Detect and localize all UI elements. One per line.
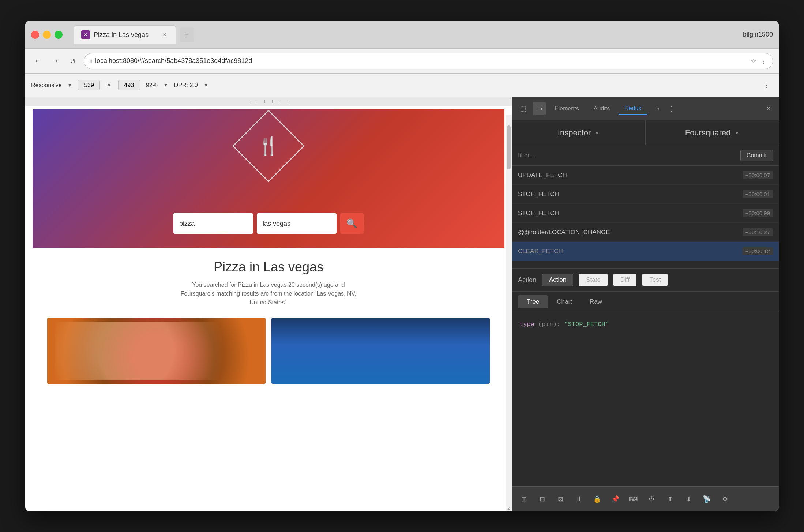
responsive-label: Responsive xyxy=(31,82,62,89)
tab-close-button[interactable]: × xyxy=(161,31,168,38)
location-search-input[interactable]: las vegas xyxy=(257,213,337,234)
bt-icon-keyboard[interactable]: ⌨ xyxy=(626,492,641,506)
bt-icon-settings[interactable]: ⚙ xyxy=(718,492,732,506)
toolbar-more-button[interactable]: ⋮ xyxy=(760,79,773,92)
minimize-traffic-light[interactable] xyxy=(43,31,51,39)
resize-handle[interactable]: ⊿ xyxy=(506,505,512,511)
tab-state[interactable]: State xyxy=(579,274,608,286)
bt-icon-signal[interactable]: 📡 xyxy=(699,492,714,506)
title-bar: ✕ Pizza in Las vegas × + bilgin1500 xyxy=(25,21,779,49)
results-section: Pizza in Las vegas You searched for Pizz… xyxy=(25,248,512,395)
action-row-stop-fetch-1[interactable]: STOP_FETCH +00:00.01 xyxy=(512,185,779,204)
main-area: 🍴 pizza las vegas 🔍 xyxy=(25,97,779,511)
address-more-icon[interactable]: ⋮ xyxy=(760,57,767,65)
view-tab-chart[interactable]: Chart xyxy=(548,295,581,308)
filter-input[interactable] xyxy=(518,152,736,159)
action-time: +00:00.07 xyxy=(743,171,773,179)
zoom-label: 92% xyxy=(146,82,158,89)
action-row-stop-fetch-2[interactable]: STOP_FETCH +00:00.99 xyxy=(512,204,779,223)
code-value: "STOP_FETCH" xyxy=(564,321,609,328)
devtools-settings-icon[interactable]: ⋮ xyxy=(668,104,675,113)
address-actions: ☆ ⋮ xyxy=(751,57,767,65)
bt-icon-lock[interactable]: 🔒 xyxy=(590,492,604,506)
tab-audits[interactable]: Audits xyxy=(588,103,616,114)
nav-bar: ← → ↺ ℹ localhost:8080/#/search/5ab4378a… xyxy=(25,49,779,74)
devtools-close-button[interactable]: × xyxy=(763,103,774,115)
forward-button[interactable]: → xyxy=(49,55,62,68)
hero-logo: 🍴 xyxy=(243,120,294,172)
commit-button[interactable]: Commit xyxy=(740,150,773,161)
action-row-update-fetch[interactable]: UPDATE_FETCH +00:00.07 xyxy=(512,166,779,185)
responsive-arrow[interactable]: ▼ xyxy=(68,82,72,88)
url-text: localhost:8080/#/search/5ab4378a351e3d4d… xyxy=(95,57,748,65)
view-tab-raw[interactable]: Raw xyxy=(581,295,611,308)
close-traffic-light[interactable] xyxy=(31,31,39,39)
scrollbar-track xyxy=(506,115,512,511)
width-input[interactable] xyxy=(78,80,100,90)
inspector-section[interactable]: Inspector ▼ xyxy=(512,120,646,145)
refresh-button[interactable]: ↺ xyxy=(66,55,79,68)
new-tab-button[interactable]: + xyxy=(180,27,194,42)
bt-icon-timer[interactable]: ⏱ xyxy=(645,492,659,506)
dpr-arrow[interactable]: ▼ xyxy=(204,82,208,88)
action-time: +00:00.99 xyxy=(743,209,773,217)
browser-viewport: 🍴 pizza las vegas 🔍 xyxy=(25,97,512,511)
search-button[interactable]: 🔍 xyxy=(340,213,364,234)
bt-icon-pause[interactable]: ⏸ xyxy=(571,492,586,506)
food-search-input[interactable]: pizza xyxy=(173,213,253,234)
active-tab[interactable]: ✕ Pizza in Las vegas × xyxy=(74,25,176,44)
code-line-type: type (pin): "STOP_FETCH" xyxy=(519,319,771,329)
code-pin: (pin): xyxy=(538,321,560,328)
devtools-top-bar: ⬚ ▭ Elements Audits Redux » ⋮ × xyxy=(512,97,779,120)
code-area: type (pin): "STOP_FETCH" xyxy=(512,312,779,486)
traffic-lights xyxy=(31,31,63,39)
tab-test[interactable]: Test xyxy=(642,274,668,286)
tab-more[interactable]: » xyxy=(650,103,665,114)
diamond-logo: 🍴 xyxy=(232,110,305,182)
tab-action[interactable]: Action xyxy=(542,274,573,286)
sky-card-image[interactable] xyxy=(271,318,490,384)
back-button[interactable]: ← xyxy=(31,55,44,68)
devtools-bottom-toolbar: ⊞ ⊟ ⊠ ⏸ 🔒 📌 ⌨ ⏱ ⬆ ⬇ 📡 ⚙ xyxy=(512,486,779,511)
tab-diff[interactable]: Diff xyxy=(613,274,636,286)
dpr-label: DPR: 2.0 xyxy=(174,82,198,89)
zoom-arrow[interactable]: ▼ xyxy=(164,82,168,88)
view-tab-tree[interactable]: Tree xyxy=(518,295,548,308)
devtools-responsive-bar: Responsive ▼ × 92% ▼ DPR: 2.0 ▼ ⋮ xyxy=(25,74,779,97)
tab-title: Pizza in Las vegas xyxy=(94,31,157,39)
bt-icon-upload[interactable]: ⬆ xyxy=(663,492,677,506)
action-name: @@router/LOCATION_CHANGE xyxy=(518,229,610,236)
results-grid xyxy=(47,318,490,384)
device-mode-icon[interactable]: ▭ xyxy=(533,102,546,115)
results-description: You searched for Pizza in Las vegas 20 s… xyxy=(177,281,360,307)
bt-icon-pin[interactable]: 📌 xyxy=(608,492,623,506)
filter-bar: Commit xyxy=(512,145,779,166)
bt-icon-download[interactable]: ⬇ xyxy=(681,492,696,506)
tab-redux[interactable]: Redux xyxy=(619,103,647,115)
bt-icon-1[interactable]: ⊞ xyxy=(516,492,531,506)
inspect-element-icon[interactable]: ⬚ xyxy=(516,102,530,115)
action-row-clear-fetch[interactable]: CLEAR_FETCH +00:00.12 xyxy=(512,242,779,261)
bookmark-icon[interactable]: ☆ xyxy=(751,57,756,65)
bt-icon-2[interactable]: ⊟ xyxy=(535,492,549,506)
action-section-label: Action xyxy=(518,276,536,284)
info-icon: ℹ xyxy=(90,57,92,64)
address-bar[interactable]: ℹ localhost:8080/#/search/5ab4378a351e3d… xyxy=(84,53,773,69)
username: bilgin1500 xyxy=(743,31,773,38)
action-row-location-change[interactable]: @@router/LOCATION_CHANGE +00:10.27 xyxy=(512,223,779,242)
height-input[interactable] xyxy=(118,80,140,90)
view-tabs-bar: Tree Chart Raw xyxy=(512,292,779,312)
scrollbar-thumb[interactable] xyxy=(507,125,511,169)
pizza-card-image[interactable] xyxy=(47,318,266,384)
action-name: STOP_FETCH xyxy=(518,210,559,217)
bt-icon-3[interactable]: ⊠ xyxy=(553,492,568,506)
action-time: +00:00.12 xyxy=(743,247,773,255)
site-content: 🍴 pizza las vegas 🔍 xyxy=(25,106,512,511)
maximize-traffic-light[interactable] xyxy=(55,31,63,39)
inspector-title: Inspector xyxy=(558,128,591,138)
inspector-arrow: ▼ xyxy=(594,130,600,136)
code-keyword: type xyxy=(519,321,534,328)
action-time: +00:00.01 xyxy=(743,190,773,198)
tab-elements[interactable]: Elements xyxy=(549,103,585,114)
foursquared-section[interactable]: Foursquared ▼ xyxy=(646,120,779,145)
